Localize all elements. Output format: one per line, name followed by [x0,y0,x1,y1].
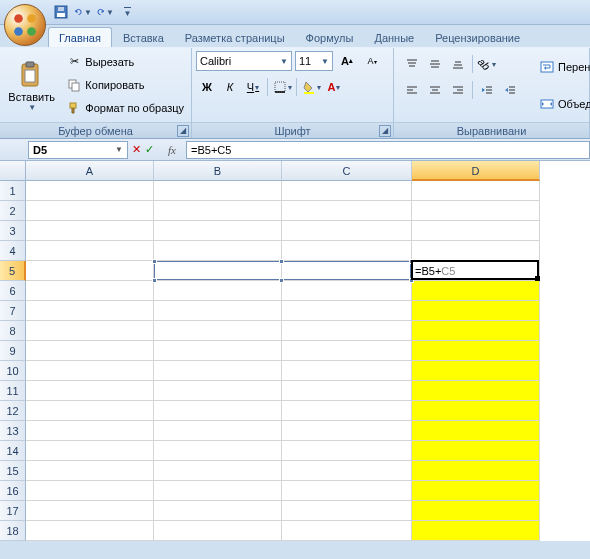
cell-D1[interactable] [412,181,540,201]
cell-A1[interactable] [26,181,154,201]
row-header-5[interactable]: 5 [0,261,26,281]
cell-A5[interactable] [26,261,154,281]
cell-B16[interactable] [154,481,282,501]
row-header-3[interactable]: 3 [0,221,26,241]
grow-font-button[interactable]: A▴ [336,50,358,72]
cell-B7[interactable] [154,301,282,321]
cell-C1[interactable] [282,181,412,201]
border-button[interactable]: ▾ [271,76,293,98]
undo-icon[interactable]: ▼ [74,3,92,21]
merge-button[interactable]: Объедини [535,94,590,114]
cell-D18[interactable] [412,521,540,541]
cell-C5[interactable] [282,261,412,281]
cell-C16[interactable] [282,481,412,501]
col-header-B[interactable]: B [154,161,282,181]
fill-color-button[interactable]: ▾ [300,76,322,98]
cell-A14[interactable] [26,441,154,461]
cell-D2[interactable] [412,201,540,221]
cell-C6[interactable] [282,281,412,301]
italic-button[interactable]: К [219,76,241,98]
cut-button[interactable]: ✂Вырезать [62,52,188,72]
cell-D15[interactable] [412,461,540,481]
save-icon[interactable] [52,3,70,21]
cell-B8[interactable] [154,321,282,341]
font-size-combo[interactable]: ▼ [295,51,333,71]
range-handle[interactable] [279,259,284,264]
tab-вставка[interactable]: Вставка [113,28,174,47]
range-handle[interactable] [152,278,157,283]
name-box[interactable]: D5▼ [28,141,128,159]
cell-C10[interactable] [282,361,412,381]
cell-B3[interactable] [154,221,282,241]
row-header-18[interactable]: 18 [0,521,26,541]
row-header-7[interactable]: 7 [0,301,26,321]
orientation-button[interactable]: ab▾ [476,53,498,75]
cell-C12[interactable] [282,401,412,421]
cell-A15[interactable] [26,461,154,481]
tab-формулы[interactable]: Формулы [296,28,364,47]
dialog-launcher-icon[interactable]: ◢ [177,125,189,137]
row-header-2[interactable]: 2 [0,201,26,221]
cell-B6[interactable] [154,281,282,301]
cell-A4[interactable] [26,241,154,261]
row-header-9[interactable]: 9 [0,341,26,361]
cell-C4[interactable] [282,241,412,261]
cell-D9[interactable] [412,341,540,361]
font-name-combo[interactable]: ▼ [196,51,292,71]
tab-рецензирование[interactable]: Рецензирование [425,28,530,47]
cell-D10[interactable] [412,361,540,381]
cell-C13[interactable] [282,421,412,441]
align-right-button[interactable] [447,79,469,101]
row-header-8[interactable]: 8 [0,321,26,341]
cell-B17[interactable] [154,501,282,521]
align-top-button[interactable] [401,53,423,75]
cell-A16[interactable] [26,481,154,501]
cancel-formula-icon[interactable]: ✕ [132,143,141,156]
tab-разметка страницы[interactable]: Разметка страницы [175,28,295,47]
paste-button[interactable]: Вставить ▼ [3,51,60,119]
row-header-13[interactable]: 13 [0,421,26,441]
col-header-C[interactable]: C [282,161,412,181]
cell-A11[interactable] [26,381,154,401]
cell-A17[interactable] [26,501,154,521]
col-header-D[interactable]: D [412,161,540,181]
cell-C14[interactable] [282,441,412,461]
dialog-launcher-icon[interactable]: ◢ [379,125,391,137]
cell-D16[interactable] [412,481,540,501]
format-painter-button[interactable]: Формат по образцу [62,98,188,118]
cell-B10[interactable] [154,361,282,381]
cell-C7[interactable] [282,301,412,321]
cell-A6[interactable] [26,281,154,301]
cell-D3[interactable] [412,221,540,241]
align-bottom-button[interactable] [447,53,469,75]
cell-D4[interactable] [412,241,540,261]
range-handle[interactable] [152,259,157,264]
cell-C18[interactable] [282,521,412,541]
cell-A8[interactable] [26,321,154,341]
cell-A10[interactable] [26,361,154,381]
cell-B2[interactable] [154,201,282,221]
cell-C8[interactable] [282,321,412,341]
font-color-button[interactable]: A▾ [323,76,345,98]
cell-D17[interactable] [412,501,540,521]
qat-customize-icon[interactable]: ▼ [118,3,136,21]
cell-B13[interactable] [154,421,282,441]
formula-bar[interactable]: =B5+C5 [186,141,590,159]
wrap-text-button[interactable]: Перенос [535,57,590,77]
align-left-button[interactable] [401,79,423,101]
bold-button[interactable]: Ж [196,76,218,98]
cell-C3[interactable] [282,221,412,241]
row-header-6[interactable]: 6 [0,281,26,301]
col-header-A[interactable]: A [26,161,154,181]
row-header-14[interactable]: 14 [0,441,26,461]
cell-B4[interactable] [154,241,282,261]
cell-B18[interactable] [154,521,282,541]
cell-B9[interactable] [154,341,282,361]
cell-C15[interactable] [282,461,412,481]
row-header-16[interactable]: 16 [0,481,26,501]
row-header-11[interactable]: 11 [0,381,26,401]
cell-A12[interactable] [26,401,154,421]
cell-D6[interactable] [412,281,540,301]
cell-B14[interactable] [154,441,282,461]
range-handle[interactable] [279,278,284,283]
